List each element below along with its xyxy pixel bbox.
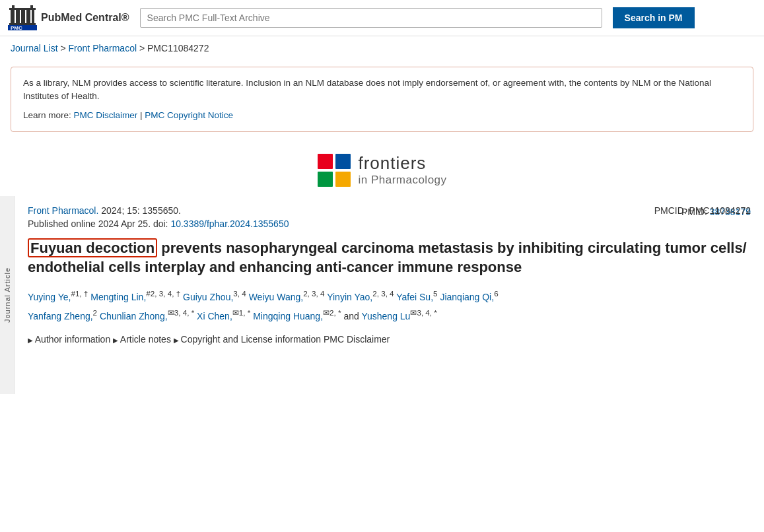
article-body: Front Pharmacol. 2024; 15: 1355650. PMCI…	[15, 196, 764, 394]
author-yafei-su[interactable]: Yafei Su,	[396, 292, 433, 302]
authors-line: Yuying Ye,#1, † Mengting Lin,#2, 3, 4, †…	[28, 286, 751, 325]
journal-list-link[interactable]: Journal List	[11, 43, 58, 53]
page-header: PMC PubMed Central® Search in PM	[0, 0, 764, 36]
title-highlight-text: Fuyuan decoction	[28, 238, 157, 257]
footer-disclaimer-link[interactable]: PMC Disclaimer	[324, 334, 390, 345]
author8-sup: 2	[93, 308, 97, 317]
pmcid-text: PMC11084272	[147, 43, 209, 53]
author-and: and	[343, 311, 359, 321]
author-yusheng-lu[interactable]: Yusheng Lu	[361, 311, 410, 321]
article-footer-links: Author information Article notes Copyrig…	[28, 331, 751, 345]
author1-sup: #1, †	[71, 289, 88, 298]
year-vol-text: 2024; 15: 1355650.	[101, 205, 181, 216]
copyright-info-link[interactable]: Copyright and License information	[174, 334, 321, 345]
frontiers-logo: frontiers in Pharmacology	[317, 153, 446, 187]
author4-sup: 2, 3, 4	[303, 289, 324, 298]
author2-sup: #2, 3, 4, †	[146, 289, 180, 298]
author11-sup: ✉2, *	[323, 308, 341, 317]
svg-rect-2	[30, 5, 33, 8]
author3-sup: 3, 4	[233, 289, 246, 298]
author-guiyu-zhou[interactable]: Guiyu Zhou,	[183, 292, 233, 302]
learn-more-label: Learn more:	[23, 110, 71, 120]
article-container: Journal Article Front Pharmacol. 2024; 1…	[0, 196, 764, 394]
author-weiyu-wang[interactable]: Weiyu Wang,	[249, 292, 303, 302]
article-title: Fuyuan decoction prevents nasopharyngeal…	[28, 238, 751, 277]
svg-rect-4	[16, 10, 20, 23]
search-button[interactable]: Search in PM	[613, 7, 695, 28]
doi-link[interactable]: 10.3389/fphar.2024.1355650	[170, 218, 289, 229]
svg-rect-14	[335, 172, 351, 187]
svg-rect-1	[12, 5, 15, 8]
author-yinyin-yao[interactable]: Yinyin Yao,	[327, 292, 372, 302]
svg-rect-5	[21, 10, 25, 23]
svg-rect-7	[32, 10, 34, 23]
pmc-disclaimer-link[interactable]: PMC Disclaimer	[74, 110, 138, 120]
citation-right: PMCID: PMC11084272	[654, 205, 751, 216]
doi-line: Published online 2024 Apr 25. doi: 10.33…	[28, 218, 751, 229]
article-notes-link[interactable]: Article notes	[113, 334, 171, 345]
citation-line: Front Pharmacol. 2024; 15: 1355650. PMCI…	[28, 205, 751, 216]
side-tab-label: Journal Article	[3, 267, 11, 323]
author6-sup: 5	[433, 289, 437, 298]
frontiers-cube-icon	[317, 153, 351, 187]
side-tab: Journal Article	[0, 196, 15, 394]
frontiers-main-label: frontiers	[358, 153, 446, 174]
journal-logo-area: frontiers in Pharmacology	[0, 143, 764, 196]
author-info-link[interactable]: Author information	[28, 334, 110, 345]
pmc-copyright-link[interactable]: PMC Copyright Notice	[145, 110, 233, 120]
nlm-notice-text: As a library, NLM provides access to sci…	[23, 77, 741, 104]
published-line: Published online 2024 Apr 25. doi:	[28, 218, 168, 229]
svg-text:PMC: PMC	[11, 25, 22, 30]
svg-rect-0	[9, 8, 36, 10]
citation-left: Front Pharmacol. 2024; 15: 1355650.	[28, 205, 181, 216]
pmcid-label: PMCID: PMC11084272	[654, 205, 751, 216]
author-xi-chen[interactable]: Xi Chen,	[197, 311, 232, 321]
author7-sup: 6	[494, 289, 498, 298]
nlm-notice-box: As a library, NLM provides access to sci…	[11, 67, 753, 132]
search-input[interactable]	[140, 8, 602, 28]
author-yuying-ye[interactable]: Yuying Ye,	[28, 292, 71, 302]
author12-sup: ✉3, 4, *	[410, 308, 436, 317]
author9-sup: ✉3, 4, *	[168, 308, 194, 317]
author5-sup: 2, 3, 4	[372, 289, 394, 298]
author-yanfang-zheng[interactable]: Yanfang Zheng,	[28, 311, 93, 321]
svg-rect-3	[11, 10, 15, 23]
journal-abbr-link[interactable]: Front Pharmacol.	[28, 205, 98, 216]
svg-rect-11	[318, 154, 333, 169]
frontiers-sub-label: in Pharmacology	[358, 174, 446, 187]
journal-name-link[interactable]: Front Pharmacol	[69, 43, 137, 53]
author10-sup: ✉1, *	[232, 308, 251, 317]
author-jianqiang-qi[interactable]: Jianqiang Qi,	[440, 292, 494, 302]
svg-rect-12	[335, 154, 351, 169]
pmc-brand-text: PubMed Central®	[41, 12, 129, 24]
author-mingqing-huang[interactable]: Mingqing Huang,	[253, 311, 323, 321]
frontiers-text: frontiers in Pharmacology	[358, 153, 446, 187]
pmc-logo-link[interactable]: PMC PubMed Central®	[8, 5, 129, 30]
svg-rect-6	[26, 10, 30, 23]
svg-rect-13	[318, 172, 333, 187]
breadcrumb: Journal List > Front Pharmacol > PMC1108…	[0, 36, 764, 60]
pmc-logo-icon: PMC	[8, 5, 37, 30]
author-chunlian-zhong[interactable]: Chunlian Zhong,	[100, 311, 168, 321]
author-mengting-lin[interactable]: Mengting Lin,	[90, 292, 146, 302]
